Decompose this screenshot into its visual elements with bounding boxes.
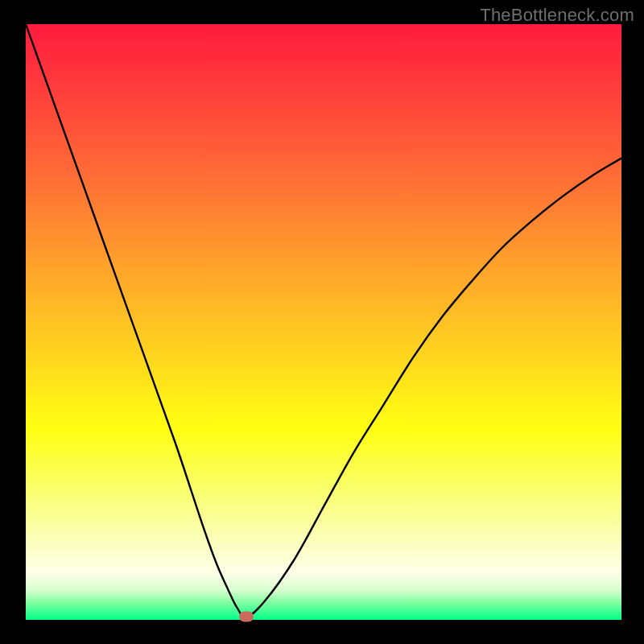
watermark-text: TheBottleneck.com (480, 5, 634, 26)
plot-area (26, 24, 621, 620)
bottleneck-curve (26, 24, 621, 620)
minimum-marker (239, 612, 254, 622)
